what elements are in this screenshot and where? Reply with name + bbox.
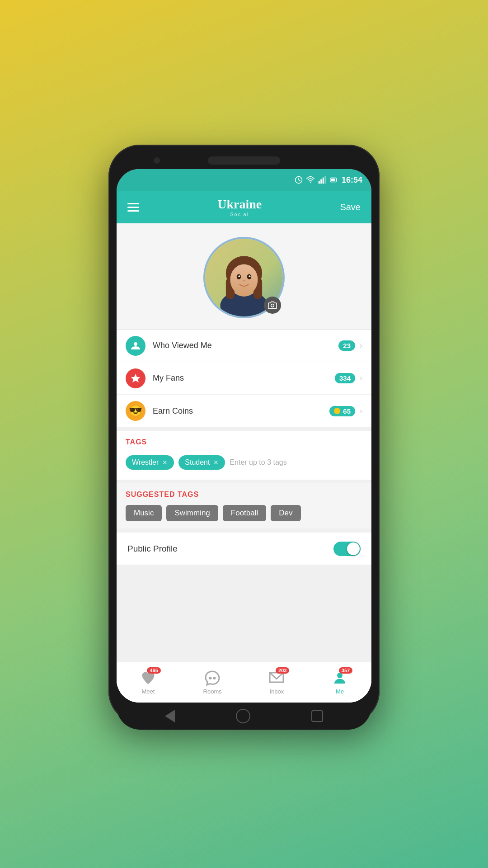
public-profile-label: Public Profile — [127, 544, 178, 554]
my-fans-icon — [126, 368, 145, 388]
public-profile-toggle[interactable] — [333, 542, 361, 556]
home-button[interactable] — [236, 709, 250, 723]
svg-rect-7 — [331, 179, 335, 181]
suggested-tag-football[interactable]: Football — [223, 505, 266, 521]
suggested-tag-dev[interactable]: Dev — [271, 505, 300, 521]
meet-icon-wrap: 465 — [140, 670, 156, 686]
change-photo-button[interactable] — [264, 297, 281, 314]
app-subtitle: Social — [217, 212, 262, 217]
nav-item-rooms[interactable]: Rooms — [203, 670, 222, 695]
suggested-tag-swimming[interactable]: Swimming — [166, 505, 218, 521]
my-fans-row[interactable]: My Fans 334 › — [117, 362, 371, 395]
svg-marker-23 — [131, 374, 140, 382]
camera-icon — [268, 301, 277, 310]
earn-coins-label: Earn Coins — [153, 406, 329, 416]
svg-rect-2 — [319, 181, 320, 184]
phone-hardware-nav — [117, 703, 371, 730]
svg-point-22 — [134, 342, 137, 346]
nav-item-meet[interactable]: 465 Meet — [140, 670, 156, 695]
svg-point-1 — [310, 182, 311, 183]
remove-student-tag[interactable]: ✕ — [213, 459, 219, 466]
rooms-label: Rooms — [203, 688, 222, 695]
public-profile-row: Public Profile — [117, 532, 371, 565]
inbox-label: Inbox — [270, 688, 284, 695]
nav-item-inbox[interactable]: 203 Inbox — [268, 670, 285, 695]
me-icon-wrap: 357 — [332, 670, 348, 686]
my-fans-badge: 334 — [335, 373, 355, 383]
hamburger-menu[interactable] — [127, 203, 139, 212]
tags-placeholder[interactable]: Enter up to 3 tags — [230, 458, 286, 467]
svg-point-25 — [213, 677, 216, 679]
who-viewed-icon — [126, 336, 145, 356]
list-section: Who Viewed Me 23 › My Fans 334 › 😎 — [117, 330, 371, 427]
chat-icon — [204, 670, 221, 686]
battery-icon — [330, 176, 338, 184]
meet-badge: 465 — [147, 667, 160, 674]
earn-coins-icon: 😎 — [126, 401, 145, 421]
suggested-tags-title: SUGGESTED TAGS — [126, 491, 362, 499]
my-fans-label: My Fans — [153, 373, 335, 383]
me-badge: 357 — [339, 667, 352, 674]
svg-point-24 — [209, 677, 212, 679]
wifi-icon — [306, 176, 314, 184]
remove-wrestler-tag[interactable]: ✕ — [162, 459, 168, 466]
earn-coins-row[interactable]: 😎 Earn Coins 65 › — [117, 395, 371, 427]
app-title-main: Ukraine — [217, 197, 262, 212]
profile-section — [117, 223, 371, 330]
avatar-wrap — [203, 237, 285, 318]
signal-icon — [318, 176, 326, 184]
my-fans-chevron: › — [360, 373, 362, 383]
who-viewed-row[interactable]: Who Viewed Me 23 › — [117, 330, 371, 362]
app-header: Ukraine Social Save — [117, 191, 371, 223]
save-button[interactable]: Save — [340, 202, 361, 212]
earn-coins-chevron: › — [360, 406, 362, 416]
svg-point-18 — [239, 275, 240, 277]
toggle-knob — [347, 542, 360, 555]
who-viewed-chevron: › — [360, 341, 362, 350]
tags-input-row[interactable]: Wrestler ✕ Student ✕ Enter up to 3 tags — [126, 453, 362, 472]
tags-section-title: TAGS — [126, 438, 362, 446]
tag-chip-student[interactable]: Student ✕ — [178, 455, 225, 470]
inbox-icon-wrap: 203 — [268, 670, 285, 686]
star-icon — [130, 373, 141, 384]
svg-point-19 — [249, 275, 251, 277]
status-bar: 16:54 — [117, 169, 371, 191]
status-icons: 16:54 — [295, 175, 362, 185]
earn-coins-badge: 65 — [329, 406, 355, 416]
tag-chip-wrestler[interactable]: Wrestler ✕ — [126, 455, 174, 470]
bottom-nav: 465 Meet Rooms — [117, 662, 371, 703]
nav-item-me[interactable]: 357 Me — [332, 670, 348, 695]
me-label: Me — [336, 688, 344, 695]
svg-point-21 — [271, 304, 274, 307]
who-viewed-badge: 23 — [338, 340, 355, 351]
svg-rect-5 — [324, 176, 326, 184]
inbox-badge: 203 — [276, 667, 289, 674]
clock-icon — [295, 176, 303, 184]
rooms-icon-wrap — [204, 670, 221, 686]
emoji-icon: 😎 — [129, 405, 142, 417]
svg-rect-3 — [320, 179, 322, 184]
status-time: 16:54 — [342, 175, 362, 185]
suggested-tags-row: Music Swimming Football Dev — [126, 505, 362, 521]
recents-button[interactable] — [311, 710, 323, 722]
app-title: Ukraine Social — [217, 197, 262, 217]
who-viewed-label: Who Viewed Me — [153, 341, 338, 350]
coin-dot — [334, 408, 340, 414]
tags-section: TAGS Wrestler ✕ Student ✕ Enter up to 3 … — [117, 431, 371, 480]
person-search-icon — [130, 340, 141, 351]
suggested-tags-section: SUGGESTED TAGS Music Swimming Football D… — [117, 483, 371, 528]
meet-label: Meet — [141, 688, 155, 695]
back-button[interactable] — [165, 710, 175, 722]
svg-rect-4 — [323, 178, 324, 184]
svg-point-20 — [243, 280, 245, 282]
suggested-tag-music[interactable]: Music — [126, 505, 162, 521]
